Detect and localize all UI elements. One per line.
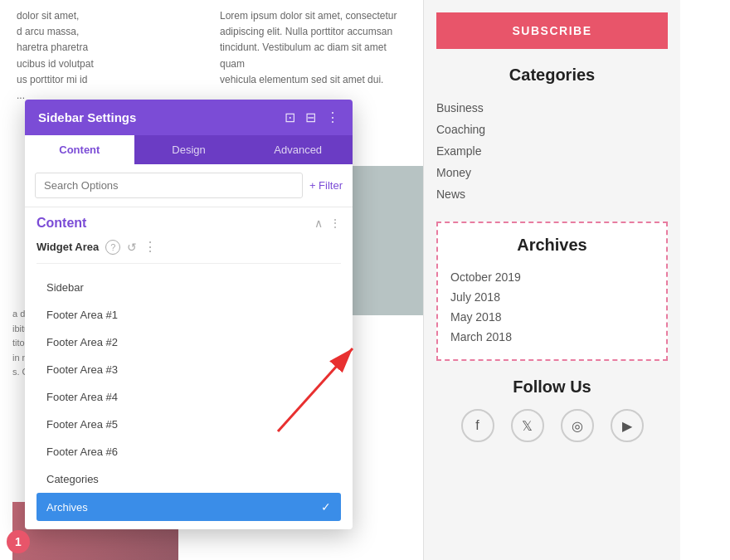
panel-header: Sidebar Settings ⊡ ⊟ ⋮ [25, 100, 353, 135]
archives-title: Archives [450, 236, 654, 255]
facebook-icon[interactable]: f [461, 409, 494, 442]
right-sidebar: SUBSCRIBE Categories Business Coaching E… [423, 0, 680, 560]
category-item-money[interactable]: Money [436, 162, 668, 183]
category-item-example[interactable]: Example [436, 140, 668, 162]
categories-title: Categories [436, 66, 668, 85]
dropdown-item-categories[interactable]: Categories [36, 465, 341, 493]
instagram-icon[interactable]: ◎ [561, 409, 594, 442]
content-header: Content ∧ ⋮ [36, 216, 341, 231]
help-icon[interactable]: ? [105, 240, 120, 255]
content-section: Content ∧ ⋮ Widget Area ? ↺ ⋮ Sidebar Fo… [25, 207, 353, 529]
check-icon: ✓ [321, 500, 331, 514]
sidebar-settings-panel: Sidebar Settings ⊡ ⊟ ⋮ Content Design Ad… [25, 100, 353, 529]
step-badge: 1 [7, 530, 30, 553]
dropdown-item-footer2[interactable]: Footer Area #2 [36, 329, 341, 356]
text-col-2: Lorem ipsum dolor sit amet, consectetur … [220, 8, 406, 104]
widget-area-label: Widget Area [36, 241, 99, 253]
panel-title: Sidebar Settings [38, 110, 136, 124]
archive-item-jul2018[interactable]: July 2018 [450, 287, 654, 307]
panel-header-icons: ⊡ ⊟ ⋮ [285, 110, 339, 125]
search-input[interactable] [35, 173, 303, 198]
split-icon[interactable]: ⊟ [305, 110, 316, 125]
refresh-icon[interactable]: ↺ [127, 241, 137, 254]
filter-button[interactable]: + Filter [309, 179, 343, 192]
content-section-title: Content [36, 216, 86, 231]
archive-item-mar2018[interactable]: March 2018 [450, 327, 654, 347]
category-item-business[interactable]: Business [436, 97, 668, 119]
category-item-news[interactable]: News [436, 183, 668, 205]
archives-box: Archives October 2019 July 2018 May 2018… [436, 222, 668, 361]
archive-item-may2018[interactable]: May 2018 [450, 307, 654, 327]
archive-item-oct2019[interactable]: October 2019 [450, 267, 654, 287]
subscribe-button[interactable]: SUBSCRIBE [436, 12, 668, 49]
text-columns: dolor sit amet, d arcu massa, haretra ph… [17, 8, 406, 104]
follow-us-title: Follow Us [436, 377, 668, 397]
tab-content[interactable]: Content [25, 135, 134, 164]
text-col-1: dolor sit amet, d arcu massa, haretra ph… [17, 8, 203, 104]
tab-advanced[interactable]: Advanced [243, 135, 353, 164]
archives-list: October 2019 July 2018 May 2018 March 20… [450, 267, 654, 347]
category-list: Business Coaching Example Money News [436, 97, 668, 205]
dropdown-item-footer6[interactable]: Footer Area #6 [36, 438, 341, 465]
dropdown-item-footer3[interactable]: Footer Area #3 [36, 356, 341, 383]
widget-area-row: Widget Area ? ↺ ⋮ [36, 239, 341, 264]
youtube-icon[interactable]: ▶ [611, 409, 644, 442]
tab-design[interactable]: Design [134, 135, 244, 164]
dropdown-item-footer4[interactable]: Footer Area #4 [36, 383, 341, 411]
more-icon[interactable]: ⋮ [326, 110, 339, 125]
selected-item-label: Archives [46, 501, 88, 514]
dropdown-item-footer5[interactable]: Footer Area #5 [36, 411, 341, 438]
section-more-icon[interactable]: ⋮ [329, 217, 341, 230]
dropdown-item-footer1[interactable]: Footer Area #1 [36, 301, 341, 329]
content-header-controls: ∧ ⋮ [314, 217, 341, 230]
panel-tabs: Content Design Advanced [25, 135, 353, 164]
search-row: + Filter [25, 164, 353, 207]
widget-area-dropdown: Sidebar Footer Area #1 Footer Area #2 Fo… [36, 274, 341, 521]
twitter-icon[interactable]: 𝕏 [511, 409, 544, 442]
social-icons: f 𝕏 ◎ ▶ [436, 409, 668, 442]
expand-icon[interactable]: ⊡ [285, 110, 295, 125]
category-item-coaching[interactable]: Coaching [436, 119, 668, 140]
widget-more-icon[interactable]: ⋮ [144, 239, 157, 255]
dropdown-item-archives[interactable]: Archives ✓ [36, 493, 341, 521]
collapse-icon[interactable]: ∧ [314, 217, 323, 230]
dropdown-item-sidebar[interactable]: Sidebar [36, 274, 341, 301]
